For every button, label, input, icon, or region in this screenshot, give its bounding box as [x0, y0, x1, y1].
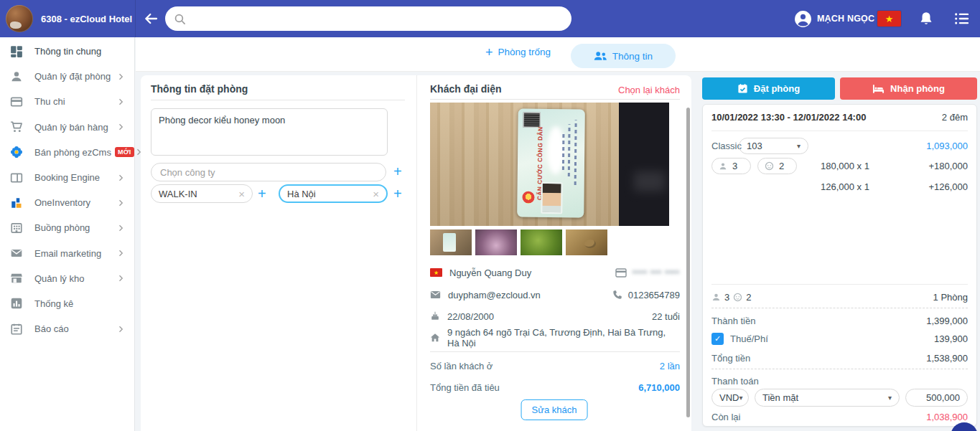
sidebar-item-thu-chi[interactable]: Thu chi — [0, 89, 134, 114]
sidebar-item-label: Thu chi — [34, 96, 65, 107]
id-portrait — [540, 182, 562, 214]
user-menu[interactable]: MẠCH NGỌC — [794, 9, 874, 28]
bell-icon — [919, 11, 933, 27]
tag-label: WALK-IN — [159, 189, 197, 199]
tax-row: ✓ Thuế/Phí 139,900 — [711, 332, 968, 345]
store-icon — [9, 272, 24, 285]
extra-amount: +180,000 — [928, 161, 968, 171]
book-room-button[interactable]: Đặt phòng — [702, 77, 835, 100]
divider — [151, 100, 405, 100]
guest-phone: 0123654789 — [628, 290, 680, 300]
sidebar-item-label: OneInventory — [34, 197, 90, 208]
sidebar-item-oneinventory[interactable]: OneInventory — [0, 190, 134, 215]
booking-note-textarea[interactable]: Phòng decor kiểu honey moon — [151, 108, 388, 156]
reselect-guest-link[interactable]: Chọn lại khách — [618, 85, 680, 95]
extra-calc: 180,000 x 1 — [821, 161, 869, 171]
subtotal-value: 1,399,000 — [926, 316, 968, 326]
children-stepper[interactable]: 2 — [757, 158, 797, 174]
thumbnail[interactable] — [566, 229, 607, 255]
chevron-right-icon — [116, 72, 125, 81]
sidebar-item-quan-ly-kho[interactable]: Quản lý kho — [0, 266, 134, 291]
search-icon — [174, 13, 186, 25]
sidebar-item-quan-ly-ban-hang[interactable]: Quản lý bán hàng — [0, 115, 134, 140]
sidebar-item-booking-engine[interactable]: Booking Engine — [0, 165, 134, 190]
paid-amount-input[interactable] — [905, 389, 968, 407]
thumbnail[interactable] — [475, 229, 517, 255]
currency-select[interactable]: VND ▾ — [711, 389, 749, 407]
adult-icon — [711, 293, 721, 302]
child-face-icon — [765, 161, 774, 171]
remaining-label: Còn lại — [711, 412, 740, 422]
sidebar-item-quan-ly-dat-phong[interactable]: Quản lý đặt phòng — [0, 64, 134, 89]
adults-stepper[interactable]: 3 — [711, 158, 751, 174]
remaining-row: Còn lại 1,038,900 — [711, 410, 968, 423]
sidebar-item-buong-phong[interactable]: Buồng phòng — [0, 215, 134, 240]
language-flag-vn[interactable]: ★ — [877, 11, 901, 27]
add-tag-icon[interactable]: + — [393, 186, 402, 201]
back-button[interactable] — [141, 9, 160, 28]
search-input[interactable] — [192, 14, 563, 24]
room-number: 103 — [747, 141, 762, 151]
content-tabbar — [136, 37, 980, 72]
sidebar-item-email-marketing[interactable]: Email marketing — [0, 241, 134, 266]
edit-guest-button[interactable]: Sửa khách — [521, 399, 588, 420]
sidebar-item-thong-tin-chung[interactable]: Thông tin chung — [0, 39, 134, 64]
stay-count-row: Số lần khách ở 2 lần — [430, 359, 680, 373]
guest-dob: 22/08/2000 — [447, 311, 494, 322]
id-card-photo[interactable]: CĂN CƯỚC CÔNG DÂN — [430, 103, 669, 226]
add-company-icon[interactable]: + — [393, 164, 402, 179]
stay-count-label: Số lần khách ở — [430, 361, 493, 371]
guest-panel: Khách đại diện Chọn lại khách CĂN CƯỚC C… — [416, 75, 691, 431]
scrollbar-thumb[interactable] — [686, 108, 690, 417]
tag-walk-in[interactable]: WALK-IN × — [151, 184, 253, 203]
tax-checkbox[interactable]: ✓ — [711, 333, 724, 345]
envelope-icon — [430, 290, 441, 299]
apps-menu-button[interactable] — [954, 11, 970, 26]
sidebar-item-label: Bán phòng ezCms — [34, 147, 111, 158]
payment-method-select[interactable]: Tiền mặt ▾ — [755, 389, 900, 407]
plus-icon: + — [485, 47, 493, 57]
divider — [430, 99, 680, 100]
sidebar-item-bao-cao[interactable]: Báo cáo — [0, 316, 134, 341]
tab-phong-trong[interactable]: + Phòng trống — [485, 47, 551, 57]
chart-icon — [9, 297, 24, 310]
divider — [711, 131, 968, 131]
sidebar-item-label: Email marketing — [34, 248, 101, 259]
total-row: Tổng tiền 1,538,900 — [711, 351, 968, 364]
qr-code — [523, 112, 540, 127]
payment-method-value: Tiền mặt — [762, 392, 798, 403]
hotel-avatar[interactable] — [6, 5, 33, 32]
checkin-button[interactable]: Nhận phòng — [840, 77, 977, 100]
room-number-select[interactable]: 103 ▾ — [739, 138, 808, 154]
tab-thong-tin[interactable]: Thông tin — [571, 44, 676, 68]
sidebar-item-label: Buồng phòng — [34, 222, 90, 233]
extra-amount: +126,000 — [928, 181, 968, 192]
sidebar-item-thong-ke[interactable]: Thống kê — [0, 291, 134, 316]
add-tag-icon[interactable]: + — [258, 186, 266, 201]
chevron-right-icon — [116, 123, 125, 131]
tag-ha-noi[interactable]: Hà Nội × — [279, 184, 388, 203]
tax-label: Thuế/Phí — [730, 333, 768, 344]
subtotal-label: Thành tiền — [711, 316, 755, 326]
subtotal-row: Thành tiền 1,399,000 — [711, 314, 968, 327]
checkin-label: Nhận phòng — [890, 83, 945, 94]
photo-shadow — [634, 171, 665, 191]
guest-age: 22 tuổi — [652, 311, 680, 322]
room-price: 1,093,000 — [926, 141, 968, 151]
arrow-left-icon — [142, 10, 159, 27]
thumbnail[interactable] — [430, 229, 472, 255]
remove-tag-icon[interactable]: × — [233, 188, 245, 200]
company-input[interactable] — [151, 163, 386, 181]
thumbnail[interactable] — [521, 229, 562, 255]
sidebar-item-ban-phong-ezcms[interactable]: Bán phòng ezCms MỚI — [0, 140, 134, 165]
wallet-icon — [9, 95, 24, 108]
home-icon — [430, 333, 440, 343]
notifications-button[interactable] — [919, 11, 933, 27]
booking-info-panel: Thông tin đặt phòng Phòng decor kiểu hon… — [141, 75, 416, 431]
user-circle-icon — [794, 10, 812, 28]
divider — [711, 284, 968, 285]
occupancy-summary-row: 3 2 1 Phòng — [711, 290, 968, 304]
sidebar-item-label: Thông tin chung — [34, 46, 101, 57]
cart-icon — [9, 120, 24, 133]
remove-tag-icon[interactable]: × — [367, 188, 379, 200]
